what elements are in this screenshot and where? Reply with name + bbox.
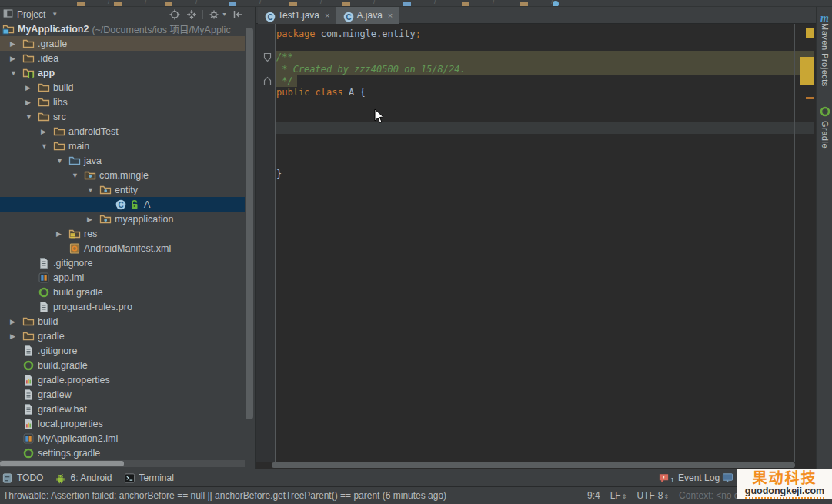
properties-icon [22,374,35,386]
project-panel-header: Project ▼ ▼ [0,7,245,22]
project-tree-vertical-scrollbar[interactable] [245,7,255,469]
code-line[interactable]: public class A { [276,86,366,98]
line-ending[interactable]: LF⇕ [610,490,627,501]
chevron-collapsed-icon[interactable]: ▶ [54,230,68,238]
chevron-collapsed-icon[interactable]: ▶ [8,332,22,340]
tree-item-gradlew-bat[interactable]: gradlew.bat [0,402,245,416]
tree-item--gradle[interactable]: ▶.gradle [0,36,245,51]
chevron-expanded-icon[interactable]: ▼ [38,142,53,150]
tool-button-event-log[interactable]: !1Event Log [658,472,720,484]
chevron-down-icon[interactable]: ▼ [52,11,58,18]
editor-tab-test1-java[interactable]: CTest1.java× [258,7,336,24]
tree-item-myapplication[interactable]: ▶myapplication [0,212,245,226]
navigation-breadcrumb-bar[interactable]: ///////// [0,0,832,7]
tree-item-build[interactable]: ▶build [0,80,245,95]
tool-button-maven-projects[interactable]: mMaven Projects [817,13,832,87]
collapse-all-icon[interactable] [185,8,198,21]
tab-close-icon[interactable]: × [388,11,393,20]
tree-item-build[interactable]: ▶build [0,314,245,329]
chevron-collapsed-icon[interactable]: ▶ [23,84,38,92]
fold-marker-start-icon[interactable] [263,52,272,62]
breadcrumb-folder-icon[interactable] [520,2,528,7]
encoding[interactable]: UTF-8⇕ [637,490,669,501]
notification-icon[interactable] [722,472,733,483]
tree-item-myapplication2[interactable]: MyApplication2(~/Documents/ios 项目/MyAppl… [0,22,245,36]
tree-item-gradle-properties[interactable]: gradle.properties [0,372,245,387]
code-line[interactable]: /** [276,51,293,63]
code-line[interactable]: package com.mingle.entity; [276,28,421,40]
code-line[interactable]: * Created by zzz40500 on 15/8/24. [276,63,466,75]
editor-horizontal-scrollbar[interactable] [272,462,795,468]
breadcrumb-folder-icon[interactable] [165,2,172,7]
tree-item-gradlew[interactable]: gradlew [0,387,245,402]
status-message[interactable]: Throwable: Assertion failed: anchorBefor… [3,490,446,501]
chevron-expanded-icon[interactable]: ▼ [8,69,22,77]
tool-button-gradle[interactable]: Gradle [817,105,832,149]
breadcrumb-folder-icon[interactable] [342,2,350,7]
chevron-collapsed-icon[interactable]: ▶ [38,128,53,135]
tree-item-proguard-rules-pro[interactable]: proguard-rules.pro [0,299,245,314]
breadcrumb-folder-icon[interactable] [289,2,297,7]
breadcrumb-folder-icon[interactable] [114,2,122,7]
tree-item-myapplication2-iml[interactable]: MyApplication2.iml [0,431,245,446]
fold-marker-end-icon[interactable] [263,75,272,85]
breadcrumb-class-icon[interactable] [553,1,559,7]
chevron-collapsed-icon[interactable]: ▶ [8,318,22,325]
code-line[interactable]: } [276,168,282,180]
caret-line-highlight [276,122,814,134]
tree-item-app-iml[interactable]: app.iml [0,270,245,285]
tree-item-libs[interactable]: ▶libs [0,95,245,109]
tree-item-local-properties[interactable]: local.properties [0,416,245,431]
tree-item-androidmanifest-xml[interactable]: AndroidManifest.xml [0,241,245,255]
breadcrumb-folder-icon[interactable] [403,2,411,7]
tool-button--android[interactable]: 6: Android [55,472,112,484]
warning-stripe-mark[interactable] [800,57,814,85]
editor-body[interactable]: package com.mingle.entity;/** * Created … [256,24,816,462]
tree-item--gitignore[interactable]: .gitignore [0,255,245,270]
text-icon [22,345,35,357]
breadcrumb-folder-icon[interactable] [229,2,236,7]
tree-item-src[interactable]: ▼src [0,109,245,124]
project-tree-horizontal-scrollbar[interactable] [0,460,245,467]
svg-text:C: C [346,12,352,21]
warning-stripe-mark[interactable] [806,28,814,38]
chevron-expanded-icon[interactable]: ▼ [23,113,38,121]
tree-item--idea[interactable]: ▶.idea [0,51,245,65]
tree-item-build-gradle[interactable]: build.gradle [0,358,245,372]
tree-item-res[interactable]: ▶res [0,226,245,241]
tab-close-icon[interactable]: × [325,11,329,20]
chevron-collapsed-icon[interactable]: ▶ [23,98,38,106]
tree-item-main[interactable]: ▼main [0,139,245,153]
locate-icon[interactable] [169,8,181,21]
tree-item-com-mingle[interactable]: ▼com.mingle [0,168,245,182]
gear-dropdown-caret[interactable]: ▼ [222,12,227,17]
tree-item-build-gradle[interactable]: build.gradle [0,285,245,299]
tool-button-todo[interactable]: TODO [2,472,43,484]
tool-button-terminal[interactable]: Terminal [124,472,174,484]
tree-item-label: libs [53,97,68,108]
chevron-collapsed-icon[interactable]: ▶ [8,40,22,48]
chevron-expanded-icon[interactable]: ▼ [54,157,68,165]
warning-stripe-mark[interactable] [806,97,814,99]
caret-position[interactable]: 9:4 [587,490,600,501]
chevron-collapsed-icon[interactable]: ▶ [8,55,22,62]
code-line[interactable]: */ [276,75,293,87]
tree-item-entity[interactable]: ▼entity [0,182,245,197]
gear-icon[interactable] [208,8,220,21]
breadcrumb-folder-icon[interactable] [77,2,85,7]
tree-item--gitignore[interactable]: .gitignore [0,343,245,358]
tree-item-androidtest[interactable]: ▶androidTest [0,124,245,139]
chevron-expanded-icon[interactable]: ▼ [85,186,99,194]
chevron-collapsed-icon[interactable]: ▶ [85,215,99,223]
tree-item-app[interactable]: ▼app [0,65,245,80]
hide-panel-icon[interactable] [232,8,244,21]
tree-item-java[interactable]: ▼java [0,153,245,168]
tree-item-gradle[interactable]: ▶gradle [0,329,245,343]
editor-tab-a-java[interactable]: CA.java× [336,7,399,24]
tree-item-settings-gradle[interactable]: settings.gradle [0,446,245,460]
tree-item-a[interactable]: CA [0,197,245,212]
chevron-expanded-icon[interactable]: ▼ [69,172,84,179]
tree-item-label: MyApplication2 [18,24,89,35]
project-panel-title[interactable]: Project [17,9,45,20]
breadcrumb-folder-icon[interactable] [462,2,469,7]
